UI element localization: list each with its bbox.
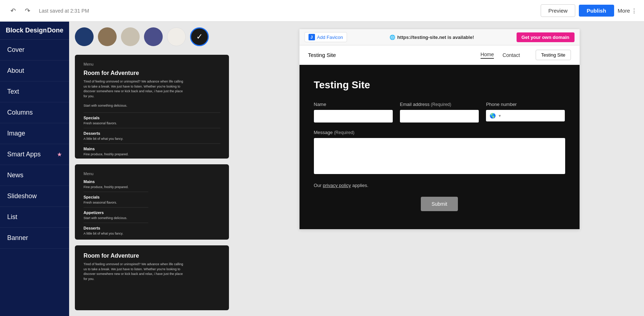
top-toolbar: ↶ ↷ Last saved at 2:31 PM Preview Publis… <box>0 0 644 22</box>
site-brand: Testing Site <box>308 52 481 58</box>
swatch-purple[interactable] <box>144 27 163 46</box>
toolbar-actions: Preview Publish More ⋮ <box>541 4 637 17</box>
tpl1-heading: Room for Adventure <box>84 70 220 76</box>
main-area: Block Design Done Cover About Text Colum… <box>0 22 644 316</box>
tpl1-section3-title: Mains <box>84 147 220 151</box>
phone-input-wrapper[interactable]: 🌎 ▼ <box>486 110 565 121</box>
tpl2-menu-label: Menu <box>84 172 220 176</box>
name-field-group: Name <box>314 102 393 123</box>
redo-button[interactable]: ↷ <box>22 5 33 17</box>
sidebar-item-smart-apps[interactable]: Smart Apps ★ <box>0 144 69 165</box>
url-area: 🌐 https://testing-site.net is available! <box>351 35 512 40</box>
nav-link-home[interactable]: Home <box>481 52 494 59</box>
globe-icon: 🌐 <box>389 35 395 40</box>
tpl1-section1-title: Specials <box>84 116 220 120</box>
name-label: Name <box>314 102 393 107</box>
swatch-white[interactable] <box>167 27 186 46</box>
tpl1-section2-title: Desserts <box>84 131 220 135</box>
sidebar-item-cover[interactable]: Cover <box>0 40 69 61</box>
block-design-panel: ✓ Menu Room for Adventure Tired of feeli… <box>69 22 235 316</box>
tpl2-appetizers-text: Start with something delicious. <box>84 216 148 220</box>
more-button[interactable]: More ⋮ <box>618 8 637 14</box>
message-textarea[interactable] <box>314 138 565 174</box>
left-nav: Cover About Text Columns Image Smart App… <box>0 40 69 316</box>
preview-button[interactable]: Preview <box>541 4 575 17</box>
sidebar-item-slideshow[interactable]: Slideshow <box>0 186 69 207</box>
tpl2-col-left: Mains Fine produce, freshly prepared. Sp… <box>84 179 148 235</box>
swatch-beige[interactable] <box>121 27 140 46</box>
get-domain-button[interactable]: Get your own domain <box>517 32 575 42</box>
sidebar-item-label: Banner <box>7 234 28 242</box>
more-dots-icon: ⋮ <box>631 8 637 14</box>
add-favicon-label: Add Favicon <box>317 35 343 40</box>
favicon-icon: J <box>309 34 315 40</box>
sidebar-item-label: Slideshow <box>7 192 37 200</box>
tpl1-menu-label: Menu <box>84 62 220 66</box>
sidebar-item-label: Cover <box>7 46 24 54</box>
template-card-2[interactable]: Menu Mains Fine produce, freshly prepare… <box>75 164 229 240</box>
privacy-policy-link[interactable]: privacy policy <box>323 183 351 188</box>
sidebar-item-columns[interactable]: Columns <box>0 102 69 123</box>
site-nav: Testing Site Home Contact Testing Site <box>300 45 580 65</box>
site-content-title: Testing Site <box>314 79 565 91</box>
undo-redo-group: ↶ ↷ <box>7 5 33 17</box>
email-field-group: Email address (Required) <box>400 102 479 123</box>
submit-button[interactable]: Submit <box>421 197 458 211</box>
sidebar-item-label: News <box>7 172 23 179</box>
tpl1-section3-text: Fine produce, freshly prepared. <box>84 152 220 156</box>
sidebar-item-news[interactable]: News <box>0 165 69 186</box>
tpl1-tagline: Start with something delicious. <box>84 104 220 107</box>
site-content: Testing Site Name Email address (Require… <box>300 65 580 229</box>
sidebar-item-label: Columns <box>7 109 33 116</box>
tpl2-mains-text: Fine produce, freshly prepared. <box>84 185 148 189</box>
tpl1-section1-text: Fresh seasonal flavors. <box>84 121 220 125</box>
privacy-note: Our privacy policy applies. <box>314 183 565 188</box>
message-field-group: Message (Required) <box>314 130 565 175</box>
flag-icon: 🌎 <box>490 113 496 119</box>
template-card-1[interactable]: Menu Room for Adventure Tired of feeling… <box>75 55 229 159</box>
tpl2-desserts-title: Desserts <box>84 226 148 230</box>
tpl3-heading: Room for Adventure <box>84 253 220 259</box>
sidebar-item-list[interactable]: List <box>0 207 69 228</box>
star-icon: ★ <box>57 151 62 158</box>
left-panel: Block Design Done Cover About Text Colum… <box>0 22 69 316</box>
swatch-black-selected[interactable]: ✓ <box>190 27 209 46</box>
tpl2-specials-text: Fresh seasonal flavors. <box>84 201 148 204</box>
nav-link-contact[interactable]: Contact <box>503 52 520 58</box>
swatch-brown[interactable] <box>98 27 117 46</box>
sidebar-item-image[interactable]: Image <box>0 123 69 144</box>
tpl2-mains-title: Mains <box>84 179 148 184</box>
done-button[interactable]: Done <box>47 27 63 34</box>
phone-field-group: Phone number 🌎 ▼ <box>486 102 565 123</box>
saved-status: Last saved at 2:31 PM <box>39 8 541 14</box>
sidebar-item-label: List <box>7 213 17 221</box>
tpl2-grid: Mains Fine produce, freshly prepared. Sp… <box>84 179 220 235</box>
undo-button[interactable]: ↶ <box>7 5 19 17</box>
sidebar-item-text[interactable]: Text <box>0 81 69 102</box>
contact-form-top-row: Name Email address (Required) Phone numb… <box>314 102 565 123</box>
name-input[interactable] <box>314 110 393 123</box>
sidebar-item-label: About <box>7 67 24 75</box>
nav-cta-button[interactable]: Testing Site <box>536 50 571 60</box>
tpl2-desserts-text: A little bit of what you fancy. <box>84 232 148 235</box>
tpl2-appetizers-title: Appetizers <box>84 210 148 215</box>
browser-bar: J Add Favicon 🌐 https://testing-site.net… <box>300 29 580 45</box>
swatch-dark-blue[interactable] <box>75 27 94 46</box>
sidebar-item-about[interactable]: About <box>0 61 69 81</box>
sidebar-item-banner[interactable]: Banner <box>0 228 69 249</box>
url-text: https://testing-site.net is available! <box>397 35 474 40</box>
add-favicon-button[interactable]: J Add Favicon <box>305 32 347 42</box>
template-card-3[interactable]: Room for Adventure Tired of feeling unmo… <box>75 245 229 310</box>
sidebar-item-label: Text <box>7 88 19 95</box>
tpl2-col-right <box>156 179 220 235</box>
publish-button[interactable]: Publish <box>579 5 614 17</box>
preview-area: J Add Favicon 🌐 https://testing-site.net… <box>235 22 644 316</box>
email-label: Email address (Required) <box>400 102 479 107</box>
tpl1-body: Tired of feeling unmoved or uninspired? … <box>84 79 184 99</box>
site-nav-links: Home Contact Testing Site <box>481 50 571 60</box>
panel-header: Block Design Done <box>0 22 69 40</box>
panel-title: Block Design <box>6 27 47 34</box>
tpl1-section2-text: A little bit of what you fancy. <box>84 137 220 141</box>
message-label: Message (Required) <box>314 130 565 135</box>
email-input[interactable] <box>400 110 479 123</box>
